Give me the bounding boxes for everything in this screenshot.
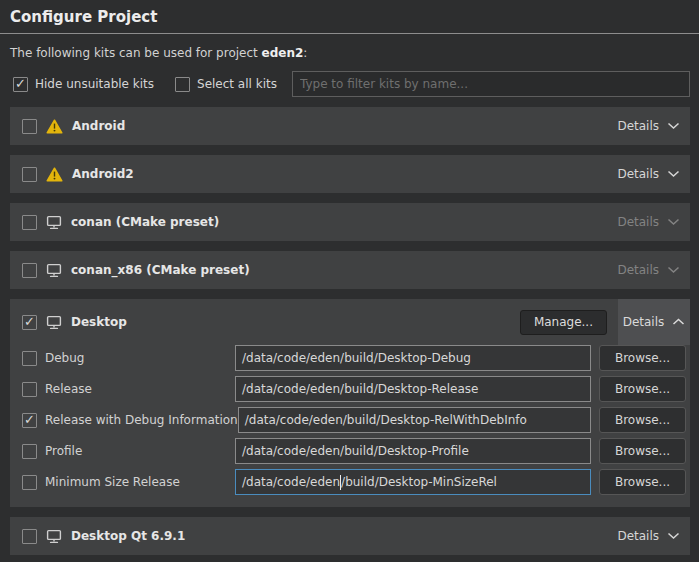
configure-project-page: { "window": { "title": "Configure Projec… (0, 0, 699, 562)
details-button[interactable]: Details (617, 529, 680, 543)
kit-row-desktop-qt: Desktop Qt 6.9.1 Details (10, 517, 690, 555)
config-checkbox[interactable] (22, 382, 37, 397)
details-button[interactable]: Details (617, 263, 680, 277)
config-label: Release with Debug Information (45, 413, 238, 427)
kit-name: conan (CMake preset) (71, 215, 219, 229)
warning-icon (46, 167, 63, 182)
build-dir-input[interactable]: /data/code/eden/build/Desktop-Release (235, 376, 591, 402)
kit-name: conan_x86 (CMake preset) (71, 263, 250, 277)
kit-row-android: Android Details (10, 107, 690, 145)
kit-row-android2: Android2 Details (10, 155, 690, 193)
config-checkbox[interactable] (22, 444, 37, 459)
build-dir-input[interactable]: /data/code/eden/build/Desktop-Debug (235, 345, 591, 371)
kit-checkbox[interactable] (22, 167, 37, 182)
chevron-down-icon (667, 122, 680, 130)
title-separator (0, 33, 699, 34)
intro-text: The following kits can be used for proje… (10, 46, 689, 61)
hide-unsuitable-checkbox[interactable] (13, 77, 28, 92)
kit-row-conan-x86: conan_x86 (CMake preset) Details (10, 251, 690, 289)
page-title: Configure Project (0, 0, 699, 33)
chevron-down-icon (667, 266, 680, 274)
config-checkbox[interactable] (22, 351, 37, 366)
config-label: Minimum Size Release (45, 475, 235, 489)
kit-checkbox[interactable] (22, 215, 37, 230)
kit-checkbox[interactable] (22, 315, 37, 330)
browse-button[interactable]: Browse... (599, 376, 686, 402)
project-name: eden2 (262, 46, 304, 60)
build-config-row-relwithdebinfo: Release with Debug Information /data/cod… (22, 407, 686, 433)
details-button[interactable]: Details (617, 167, 680, 181)
browse-button[interactable]: Browse... (599, 469, 686, 495)
build-config-row-minsizerel: Minimum Size Release /data/code/eden/bui… (22, 469, 686, 495)
chevron-up-icon (672, 318, 685, 326)
kit-checkbox[interactable] (22, 263, 37, 278)
kit-checkbox[interactable] (22, 529, 37, 544)
browse-button[interactable]: Browse... (599, 345, 686, 371)
hide-unsuitable-label: Hide unsuitable kits (35, 77, 154, 91)
select-all-label: Select all kits (197, 77, 277, 91)
kit-name: Desktop Qt 6.9.1 (71, 529, 185, 543)
details-button[interactable]: Details (617, 119, 680, 133)
config-checkbox[interactable] (22, 475, 37, 490)
details-button[interactable]: Details (617, 215, 680, 229)
config-label: Release (45, 382, 235, 396)
kit-filter-input[interactable] (292, 71, 690, 97)
desktop-icon (46, 263, 62, 278)
kit-name: Android2 (72, 167, 134, 181)
kit-row-conan: conan (CMake preset) Details (10, 203, 690, 241)
desktop-icon (46, 215, 62, 230)
kit-name: Desktop (71, 315, 127, 329)
desktop-icon (46, 315, 62, 330)
kit-name: Android (72, 119, 125, 133)
build-dir-input-focused[interactable]: /data/code/eden/build/Desktop-MinSizeRel (235, 469, 591, 495)
filter-row: Hide unsuitable kits Select all kits (13, 71, 690, 97)
select-all-checkbox[interactable] (175, 77, 190, 92)
chevron-down-icon (667, 170, 680, 178)
desktop-icon (46, 529, 62, 544)
chevron-down-icon (667, 218, 680, 226)
config-label: Profile (45, 444, 235, 458)
manage-button[interactable]: Manage... (520, 310, 607, 335)
build-dir-input[interactable]: /data/code/eden/build/Desktop-Profile (235, 438, 591, 464)
kit-panel-desktop: Desktop Manage... Details Debug /data/co… (10, 299, 690, 507)
details-button-expanded[interactable]: Details (618, 299, 690, 345)
config-label: Debug (45, 351, 235, 365)
chevron-down-icon (667, 532, 680, 540)
warning-icon (46, 119, 63, 134)
browse-button[interactable]: Browse... (599, 438, 686, 464)
build-config-row-release: Release /data/code/eden/build/Desktop-Re… (22, 376, 686, 402)
kit-checkbox[interactable] (22, 119, 37, 134)
build-config-row-profile: Profile /data/code/eden/build/Desktop-Pr… (22, 438, 686, 464)
browse-button[interactable]: Browse... (599, 407, 686, 433)
build-dir-input[interactable]: /data/code/eden/build/Desktop-RelWithDeb… (238, 407, 591, 433)
build-config-row-debug: Debug /data/code/eden/build/Desktop-Debu… (22, 345, 686, 371)
kit-row-desktop: Desktop Manage... (10, 299, 690, 345)
config-checkbox[interactable] (22, 413, 37, 428)
